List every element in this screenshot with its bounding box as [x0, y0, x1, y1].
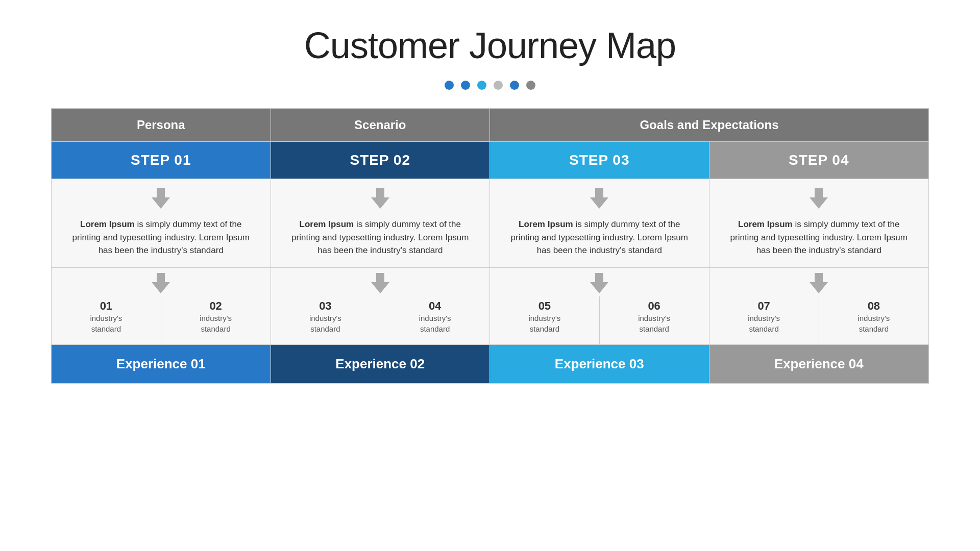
dot-4[interactable]: [494, 81, 503, 90]
exp-02: Experience 02: [271, 345, 491, 383]
sub-item-05: 05 industry'sstandard: [490, 296, 600, 344]
items-col-4-subs: 07 industry'sstandard 08 industry'sstand…: [709, 296, 929, 344]
exp-01: Experience 01: [52, 345, 271, 383]
exp-04: Experience 04: [709, 345, 929, 383]
desc-text-2: Lorem Ipsum is simply dummy text of the …: [286, 218, 475, 257]
step-row: STEP 01 STEP 02 STEP 03 STEP 04: [52, 142, 928, 179]
step-01: STEP 01: [52, 142, 271, 179]
desc-cell-4: Lorem Ipsum is simply dummy text of the …: [709, 179, 929, 267]
svg-marker-6: [590, 273, 608, 293]
svg-marker-4: [152, 273, 170, 293]
header-goals: Goals and Expectations: [490, 109, 928, 141]
sub-label-01: industry'sstandard: [90, 313, 122, 334]
desc-cell-3: Lorem Ipsum is simply dummy text of the …: [490, 179, 709, 267]
sub-label-06: industry'sstandard: [638, 313, 670, 334]
items-col-1: 01 industry'sstandard 02 industry'sstand…: [52, 268, 271, 344]
sub-item-02: 02 industry'sstandard: [161, 296, 271, 344]
sub-item-08: 08 industry'sstandard: [819, 296, 928, 344]
header-persona: Persona: [52, 109, 271, 141]
sub-num-01: 01: [100, 299, 112, 313]
sub-label-04: industry'sstandard: [419, 313, 451, 334]
page-title: Customer Journey Map: [304, 24, 676, 66]
sub-items-row: 01 industry'sstandard 02 industry'sstand…: [52, 268, 928, 345]
sub-num-08: 08: [868, 299, 880, 313]
exp-03: Experience 03: [490, 345, 709, 383]
svg-marker-0: [152, 188, 170, 209]
sub-item-03: 03 industry'sstandard: [271, 296, 381, 344]
svg-marker-7: [810, 273, 828, 293]
sub-num-02: 02: [209, 299, 222, 313]
sub-label-05: industry'sstandard: [528, 313, 560, 334]
description-row: Lorem Ipsum is simply dummy text of the …: [52, 179, 928, 268]
sub-label-08: industry'sstandard: [857, 313, 890, 334]
items-arrow-2: [271, 268, 490, 296]
items-col-3-subs: 05 industry'sstandard 06 industry'sstand…: [490, 296, 709, 344]
dot-5[interactable]: [510, 81, 519, 90]
sub-item-01: 01 industry'sstandard: [52, 296, 161, 344]
arrow-1: [152, 188, 170, 211]
dot-3[interactable]: [477, 81, 486, 90]
dot-1[interactable]: [445, 81, 454, 90]
sub-num-06: 06: [648, 299, 660, 313]
journey-map-table: Persona Scenario Goals and Expectations …: [51, 108, 929, 384]
desc-text-3: Lorem Ipsum is simply dummy text of the …: [505, 218, 694, 257]
header-scenario: Scenario: [271, 109, 491, 141]
sub-num-04: 04: [429, 299, 441, 313]
svg-marker-1: [371, 188, 389, 209]
sub-label-07: industry'sstandard: [748, 313, 780, 334]
dot-2[interactable]: [461, 81, 470, 90]
svg-marker-3: [810, 188, 828, 209]
arrow-3: [590, 188, 608, 211]
items-col-4: 07 industry'sstandard 08 industry'sstand…: [709, 268, 929, 344]
sub-label-02: industry'sstandard: [200, 313, 232, 334]
sub-item-06: 06 industry'sstandard: [600, 296, 709, 344]
items-col-1-subs: 01 industry'sstandard 02 industry'sstand…: [52, 296, 271, 344]
sub-num-07: 07: [757, 299, 770, 313]
items-col-2-subs: 03 industry'sstandard 04 industry'sstand…: [271, 296, 490, 344]
step-02: STEP 02: [271, 142, 491, 179]
desc-text-4: Lorem Ipsum is simply dummy text of the …: [725, 218, 914, 257]
sub-item-07: 07 industry'sstandard: [709, 296, 819, 344]
desc-cell-1: Lorem Ipsum is simply dummy text of the …: [52, 179, 271, 267]
items-col-2: 03 industry'sstandard 04 industry'sstand…: [271, 268, 491, 344]
step-03: STEP 03: [490, 142, 709, 179]
sub-num-05: 05: [538, 299, 551, 313]
items-arrow-3: [490, 268, 709, 296]
sub-item-04: 04 industry'sstandard: [380, 296, 489, 344]
arrow-4: [810, 188, 828, 211]
sub-num-03: 03: [319, 299, 331, 313]
sub-label-03: industry'sstandard: [309, 313, 341, 334]
step-04: STEP 04: [709, 142, 929, 179]
header-row: Persona Scenario Goals and Expectations: [52, 109, 928, 142]
items-col-3: 05 industry'sstandard 06 industry'sstand…: [490, 268, 709, 344]
nav-dots: [445, 81, 535, 90]
arrow-2: [371, 188, 389, 211]
experience-row: Experience 01 Experience 02 Experience 0…: [52, 345, 928, 383]
items-arrow-4: [709, 268, 929, 296]
svg-marker-2: [590, 188, 608, 209]
items-arrow-1: [52, 268, 271, 296]
svg-marker-5: [371, 273, 389, 293]
dot-6[interactable]: [526, 81, 535, 90]
desc-text-1: Lorem Ipsum is simply dummy text of the …: [67, 218, 255, 257]
desc-cell-2: Lorem Ipsum is simply dummy text of the …: [271, 179, 491, 267]
